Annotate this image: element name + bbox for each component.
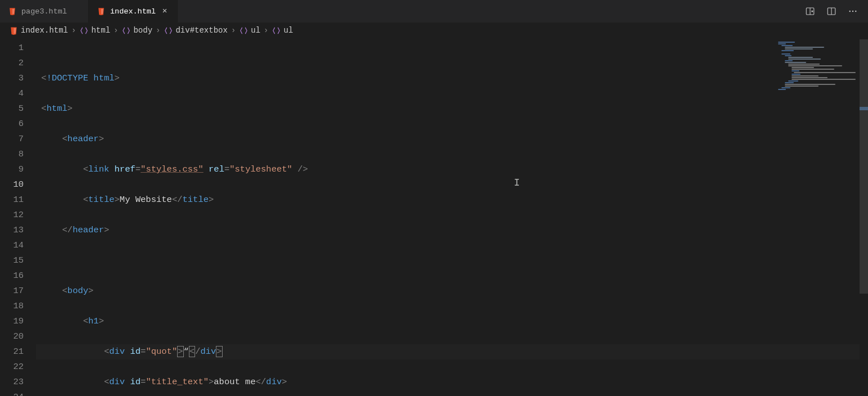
line-number-gutter: 1 2 3 4 5 6 7 8 9 10 11 12 13 14 15 16 1…	[0, 38, 36, 396]
tab-label: page3.html	[21, 7, 67, 16]
chevron-right-icon: ›	[231, 26, 236, 35]
editor[interactable]: 1 2 3 4 5 6 7 8 9 10 11 12 13 14 15 16 1…	[0, 38, 868, 396]
html-file-icon	[8, 7, 17, 16]
breadcrumb-div-textbox[interactable]: div#textbox	[164, 26, 227, 35]
svg-point-5	[855, 11, 856, 12]
tab-page3[interactable]: page3.html ×	[0, 0, 89, 22]
split-preview-icon[interactable]	[804, 5, 816, 17]
breadcrumb-file[interactable]: index.html	[9, 26, 68, 35]
breadcrumb-html[interactable]: html	[79, 26, 110, 35]
svg-point-1	[811, 11, 813, 12]
html-file-icon	[9, 26, 18, 35]
text-cursor-icon: I	[514, 176, 520, 191]
close-icon[interactable]: ×	[160, 7, 169, 16]
chevron-right-icon: ›	[156, 26, 160, 35]
symbol-icon	[79, 26, 88, 35]
overview-ruler[interactable]	[860, 39, 868, 395]
chevron-right-icon: ›	[114, 26, 118, 35]
breadcrumb-body[interactable]: body	[121, 26, 152, 35]
tab-index[interactable]: index.html ×	[89, 0, 178, 22]
tab-label: index.html	[110, 7, 156, 16]
more-icon[interactable]	[847, 5, 859, 17]
breadcrumb: index.html › html › body › div#textbox ›…	[0, 22, 868, 38]
svg-point-3	[849, 11, 851, 12]
breadcrumb-ul[interactable]: ul	[239, 26, 260, 35]
split-editor-icon[interactable]	[825, 5, 838, 17]
symbol-icon	[121, 26, 130, 35]
chevron-right-icon: ›	[71, 26, 76, 35]
code-area[interactable]: I <!DOCTYPE html> <html> <header> <link …	[36, 38, 868, 396]
breadcrumb-ul-nested[interactable]: ul	[272, 26, 293, 35]
svg-point-4	[852, 11, 853, 12]
editor-actions	[804, 5, 868, 17]
symbol-icon	[239, 26, 248, 35]
symbol-icon	[164, 26, 173, 35]
chevron-right-icon: ›	[264, 26, 268, 35]
symbol-icon	[272, 26, 281, 35]
html-file-icon	[97, 7, 106, 16]
tab-bar: page3.html × index.html ×	[0, 0, 868, 22]
